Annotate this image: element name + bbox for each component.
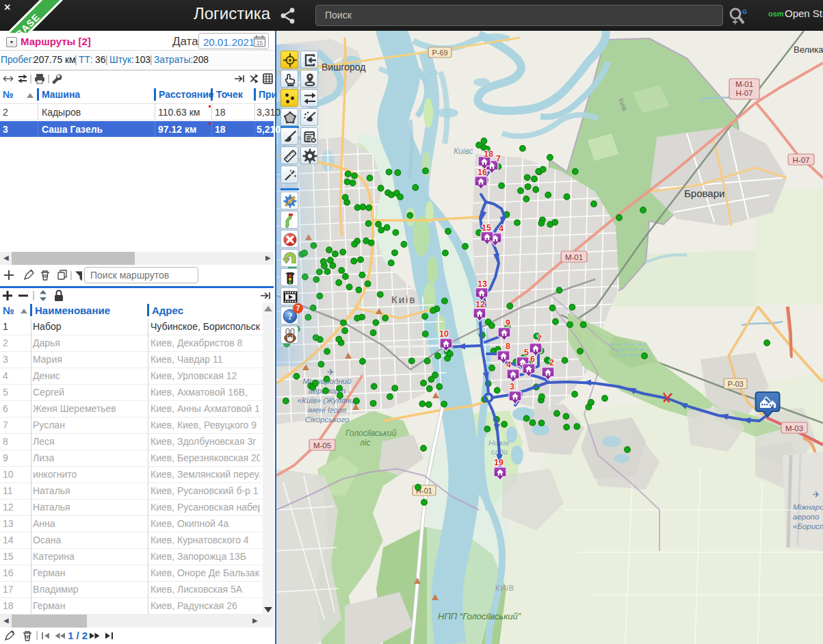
svg-text:Голосiївський: Голосiївський [345, 428, 397, 438]
svg-text:М-01: М-01 [565, 253, 583, 261]
svg-text:Мiжнаро: Мiжнаро [793, 503, 823, 511]
svg-text:✈: ✈ [327, 367, 335, 377]
svg-text:Вишгород: Вишгород [322, 62, 365, 73]
svg-text:2: 2 [549, 358, 554, 368]
svg-text:Н-07: Н-07 [736, 89, 753, 97]
svg-text:Н-07: Н-07 [793, 156, 810, 164]
svg-text:«Борисп: «Борисп [793, 522, 823, 530]
svg-text:Велика: Велика [794, 44, 823, 55]
svg-text:КИiВ: КИiВ [495, 584, 514, 592]
svg-text:8: 8 [506, 342, 510, 351]
svg-text:10: 10 [439, 329, 449, 339]
svg-text:✈: ✈ [813, 489, 820, 500]
svg-text:лiс: лiс [359, 438, 370, 448]
svg-text:4: 4 [499, 224, 504, 233]
svg-text:13: 13 [478, 279, 487, 289]
svg-text:16: 16 [478, 168, 487, 177]
svg-text:Сiкорського: Сiкорського [305, 415, 350, 424]
svg-text:12: 12 [475, 300, 485, 309]
svg-text:18: 18 [484, 149, 493, 159]
svg-text:М-05: М-05 [313, 441, 331, 450]
svg-text:Киiв: Киiв [391, 294, 416, 305]
svg-text:«Київ» (Жуляни): «Київ» (Жуляни) [298, 396, 357, 404]
svg-text:Р-69: Р-69 [432, 49, 447, 57]
svg-text:М-03: М-03 [785, 424, 803, 433]
svg-text:7: 7 [537, 334, 542, 344]
svg-text:аеропо: аеропо [793, 513, 820, 521]
svg-text:М-01: М-01 [735, 80, 753, 88]
svg-text:19: 19 [494, 458, 504, 467]
svg-text:4: 4 [506, 360, 511, 370]
svg-text:НПП “Голосiївський”: НПП “Голосiївський” [438, 611, 521, 621]
svg-text:7: 7 [496, 154, 501, 164]
svg-text:15: 15 [482, 223, 491, 233]
svg-text:Киiвс: Киiвс [454, 146, 473, 156]
svg-text:?: ? [288, 311, 293, 322]
svg-text:iменi Iгоря: iменi Iгоря [308, 406, 346, 414]
svg-text:3: 3 [510, 382, 514, 391]
svg-text:5: 5 [524, 348, 529, 357]
svg-text:9: 9 [506, 318, 510, 328]
svg-text:Бровари: Бровари [684, 188, 724, 199]
svg-text:15: 15 [257, 40, 263, 47]
svg-text:6: 6 [530, 355, 535, 364]
svg-text:G: G [742, 8, 747, 15]
svg-text:Р-03: Р-03 [727, 380, 743, 388]
